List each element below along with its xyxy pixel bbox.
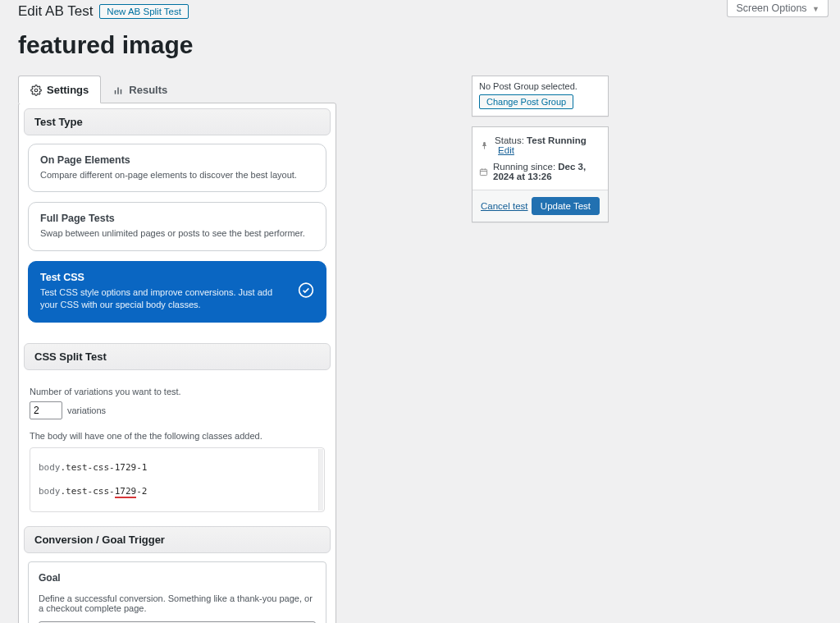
variations-label: Number of variations you want to test. [30, 387, 325, 396]
opt-title: On Page Elements [40, 154, 314, 166]
scrollbar[interactable] [318, 449, 323, 511]
post-title: featured image [18, 31, 824, 59]
variations-suffix: variations [67, 405, 106, 415]
svg-point-0 [34, 89, 38, 92]
tabs: Settings Results [18, 76, 336, 103]
page-heading: Edit AB Test [18, 3, 93, 20]
goal-label: Goal [39, 572, 316, 584]
calendar-icon [479, 167, 488, 176]
new-test-button[interactable]: New AB Split Test [99, 4, 189, 19]
screen-options-button[interactable]: Screen Options ▼ [727, 0, 829, 17]
opt-title: Test CSS [40, 272, 314, 283]
tab-settings-label: Settings [47, 84, 89, 96]
update-test-button[interactable]: Update Test [532, 197, 600, 215]
change-group-button[interactable]: Change Post Group [479, 94, 573, 109]
tab-results-label: Results [129, 84, 167, 96]
opt-desc: Test CSS style options and improve conve… [40, 286, 314, 312]
bar-chart-icon [112, 85, 124, 96]
no-group-text: No Post Group selected. [479, 81, 601, 91]
pin-icon [479, 141, 490, 150]
section-conversion: Conversion / Goal Trigger [24, 526, 331, 553]
gear-icon [30, 85, 42, 96]
opt-desc: Compare different on-page elements to di… [40, 169, 314, 181]
svg-rect-5 [480, 169, 486, 175]
variations-input[interactable] [30, 401, 62, 419]
test-type-option-css[interactable]: Test CSS Test CSS style options and impr… [28, 261, 326, 323]
opt-desc: Swap between unlimited pages or posts to… [40, 227, 314, 240]
cancel-test-link[interactable]: Cancel test [481, 201, 528, 211]
test-type-option-on-page[interactable]: On Page Elements Compare different on-pa… [28, 144, 326, 192]
section-css-split: CSS Split Test [24, 343, 331, 370]
test-type-option-full-page[interactable]: Full Page Tests Swap between unlimited p… [28, 202, 326, 250]
check-circle-icon [298, 282, 314, 301]
goal-desc: Define a successful conversion. Somethin… [39, 593, 316, 613]
status-edit-link[interactable]: Edit [498, 145, 514, 155]
screen-options-label: Screen Options [736, 2, 806, 14]
chevron-down-icon: ▼ [812, 5, 819, 13]
svg-point-4 [299, 283, 313, 297]
tab-results[interactable]: Results [101, 76, 179, 103]
body-classes-code: body.test-css-1729-1 body.test-css-1729-… [30, 447, 325, 513]
status-box: Status: Test Running Edit Running since:… [472, 126, 609, 222]
section-test-type: Test Type [24, 108, 331, 135]
post-group-box: No Post Group selected. Change Post Grou… [472, 76, 609, 117]
body-note: The body will have one of the the follow… [30, 431, 325, 441]
tab-settings[interactable]: Settings [18, 76, 101, 103]
running-line: Running since: Dec 3, 2024 at 13:26 [493, 162, 601, 181]
opt-title: Full Page Tests [40, 213, 314, 224]
status-line: Status: Test Running Edit [495, 135, 601, 155]
